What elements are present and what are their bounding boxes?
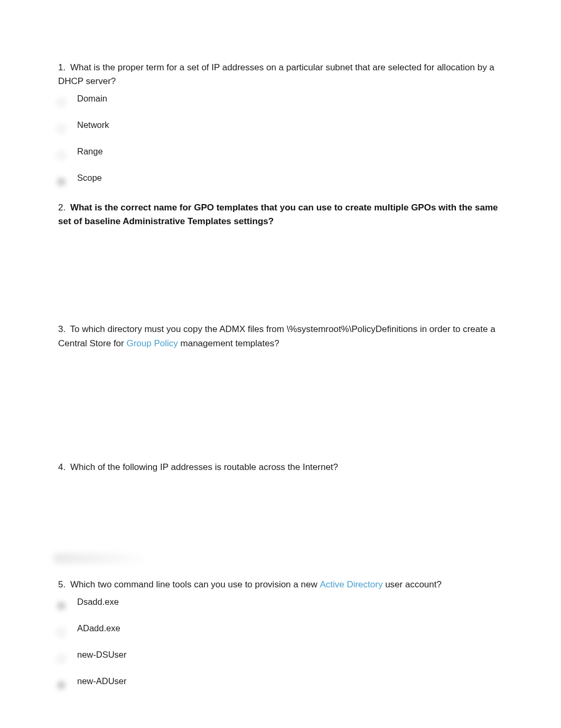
question-3: 3. To which directory must you copy the …: [58, 322, 503, 446]
option-d: Scope: [57, 171, 503, 186]
link-group-policy[interactable]: Group Policy: [126, 338, 177, 348]
checkbox-icon[interactable]: [57, 648, 72, 663]
question-text: 4. Which of the following IP addresses i…: [58, 460, 503, 474]
option-label: new-ADUser: [72, 675, 127, 688]
question-number: 1.: [58, 62, 66, 72]
option-label: Dsadd.exe: [72, 595, 119, 609]
question-number: 4.: [58, 462, 66, 472]
checkbox-icon[interactable]: [57, 595, 72, 610]
option-label: Domain: [72, 92, 107, 105]
question-text: 5. Which two command line tools can you …: [58, 578, 503, 592]
question-body: What is the correct name for GPO templat…: [58, 202, 498, 226]
option-a: Domain: [57, 92, 503, 107]
question-number: 2.: [58, 202, 66, 213]
option-label: Range: [72, 145, 103, 158]
blurred-content: [54, 554, 149, 563]
options-list: Domain Network Range Scope: [58, 92, 503, 186]
question-body: What is the proper term for a set of IP …: [58, 62, 494, 86]
question-body-after: user account?: [385, 579, 442, 589]
question-2: 2. What is the correct name for GPO temp…: [58, 201, 503, 308]
option-a: Dsadd.exe: [57, 595, 503, 610]
option-label: Scope: [72, 171, 102, 185]
question-number: 3.: [58, 324, 66, 334]
option-c: Range: [57, 145, 503, 160]
option-d: new-ADUser: [57, 675, 503, 689]
option-b: Network: [57, 118, 503, 133]
question-body: Which of the following IP addresses is r…: [70, 462, 338, 472]
option-c: new-DSUser: [57, 648, 503, 663]
option-label: new-DSUser: [72, 648, 127, 661]
options-list: Dsadd.exe ADadd.exe new-DSUser new-ADUse…: [58, 595, 503, 689]
question-body-before: Which two command line tools can you use…: [70, 579, 317, 589]
question-number: 5.: [58, 579, 66, 589]
question-4: 4. Which of the following IP addresses i…: [58, 460, 503, 563]
radio-icon[interactable]: [57, 171, 72, 186]
radio-icon[interactable]: [57, 118, 72, 133]
radio-icon[interactable]: [57, 92, 72, 107]
option-label: Network: [72, 118, 109, 132]
question-text: 1. What is the proper term for a set of …: [58, 61, 503, 89]
question-text: 3. To which directory must you copy the …: [58, 322, 503, 351]
question-5: 5. Which two command line tools can you …: [58, 578, 503, 689]
checkbox-icon[interactable]: [57, 622, 72, 637]
question-text: 2. What is the correct name for GPO temp…: [58, 201, 503, 229]
question-1: 1. What is the proper term for a set of …: [58, 61, 503, 186]
option-b: ADadd.exe: [57, 622, 503, 637]
radio-icon[interactable]: [57, 145, 72, 160]
link-active-directory[interactable]: Active Directory: [320, 579, 382, 589]
checkbox-icon[interactable]: [57, 675, 72, 689]
question-body-after: management templates?: [181, 338, 279, 348]
option-label: ADadd.exe: [72, 622, 120, 635]
